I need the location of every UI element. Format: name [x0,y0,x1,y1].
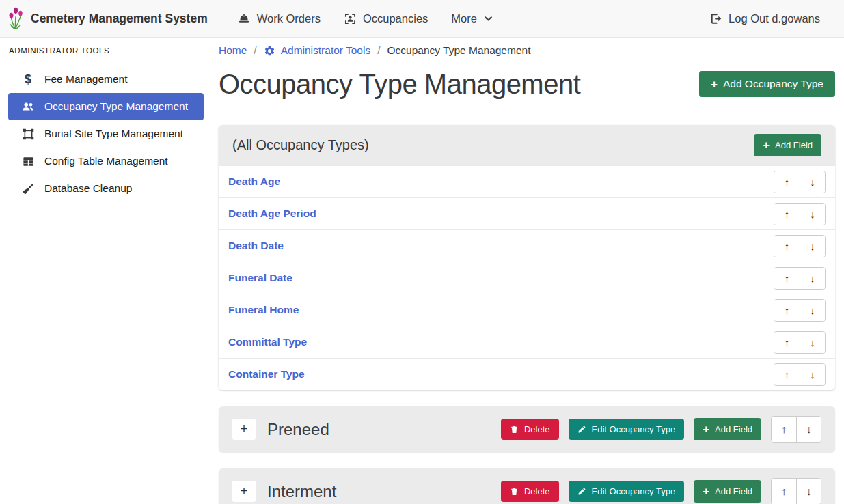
main-content: Home / Administrator Tools / Occupancy T… [212,38,844,504]
field-link[interactable]: Funeral Home [228,304,299,316]
section-preneed: + Preneed Delete [219,406,835,452]
sidebar-item-label: Burial Site Type Management [44,128,183,140]
pencil-icon [577,487,586,496]
sidebar-item-burial-site-type-management[interactable]: Burial Site Type Management [8,120,204,148]
plus-icon: + [711,79,718,90]
brand[interactable]: Cemetery Management System [7,6,208,31]
edit-occupancy-type-button[interactable]: Edit Occupancy Type [569,481,685,502]
move-down-button[interactable]: ↓ [800,300,825,321]
add-occupancy-type-label: Add Occupancy Type [723,78,823,90]
frame-icon [21,128,36,141]
field-row: Funeral Date ↑ ↓ [219,262,835,294]
section-add-field-button[interactable]: + Add Field [694,480,761,503]
add-occupancy-type-button[interactable]: + Add Occupancy Type [699,71,835,97]
logout-label: Log Out d.gowans [729,12,820,25]
move-up-button[interactable]: ↑ [774,204,800,225]
field-row: Container Type ↑ ↓ [219,358,835,390]
edit-occupancy-type-button[interactable]: Edit Occupancy Type [569,419,685,440]
move-down-button[interactable]: ↓ [800,364,825,385]
section-add-field-button[interactable]: + Add Field [694,418,761,440]
delete-button[interactable]: Delete [501,419,559,440]
move-up-button[interactable]: ↑ [774,236,800,257]
trash-icon [510,425,519,434]
move-down-button[interactable]: ↓ [800,332,825,353]
reorder-group: ↑ ↓ [774,171,826,193]
breadcrumb-separator: / [254,44,256,57]
reorder-group: ↑ ↓ [771,478,821,504]
reorder-group: ↑ ↓ [774,203,826,225]
add-field-label: Add Field [715,486,752,496]
top-navbar: Cemetery Management System Work Orders O… [0,0,844,38]
add-field-label: Add Field [715,424,752,434]
expand-button[interactable]: + [232,419,256,440]
broom-icon [21,182,36,195]
page-title: Occupancy Type Management [219,68,580,100]
logout-icon [709,12,722,25]
trash-icon [510,487,519,496]
move-down-button[interactable]: ↓ [800,268,825,289]
expand-button[interactable]: + [232,481,256,502]
delete-label: Delete [524,424,550,434]
reorder-group: ↑ ↓ [774,331,826,354]
move-up-button[interactable]: ↑ [774,268,800,289]
breadcrumb: Home / Administrator Tools / Occupancy T… [219,44,835,57]
field-row: Committal Type ↑ ↓ [219,326,835,358]
pencil-icon [577,425,586,434]
nav-occupancies[interactable]: Occupancies [332,12,439,25]
logout-link[interactable]: Log Out d.gowans [698,12,832,25]
sidebar: ADMINISTRATOR TOOLS $ Fee Management Occ… [0,38,212,202]
chevron-down-icon [483,14,493,24]
delete-button[interactable]: Delete [501,481,559,502]
field-row: Funeral Home ↑ ↓ [219,294,835,326]
field-row: Death Age ↑ ↓ [219,165,835,197]
dollar-icon: $ [21,73,36,85]
move-up-button[interactable]: ↑ [774,332,800,353]
app-title: Cemetery Management System [31,12,208,26]
move-down-button[interactable]: ↓ [796,479,821,504]
field-link[interactable]: Container Type [228,368,305,380]
breadcrumb-admin-tools[interactable]: Administrator Tools [264,44,371,57]
move-down-button[interactable]: ↓ [800,236,825,257]
plus-icon: + [763,139,770,151]
breadcrumb-separator: / [377,44,380,57]
field-link[interactable]: Funeral Date [228,272,292,284]
move-up-button[interactable]: ↑ [774,171,800,193]
users-icon [21,100,36,113]
move-down-button[interactable]: ↓ [800,171,825,193]
sidebar-item-config-table-management[interactable]: Config Table Management [8,148,204,175]
table-icon [21,155,36,168]
section-actions: Delete Edit Occupancy Type + Add Field ↑ [501,416,821,443]
move-down-button[interactable]: ↓ [800,204,825,225]
field-link[interactable]: Death Age Period [228,208,316,220]
plus-icon: + [703,486,709,497]
breadcrumb-home-label: Home [219,44,247,57]
sidebar-item-label: Config Table Management [44,155,168,167]
panel-add-field-button[interactable]: + Add Field [754,134,821,156]
move-up-button[interactable]: ↑ [772,417,796,442]
move-down-button[interactable]: ↓ [796,417,821,442]
field-link[interactable]: Committal Type [228,336,307,348]
sidebar-heading: ADMINISTRATOR TOOLS [0,46,212,55]
breadcrumb-home[interactable]: Home [219,44,247,57]
section-interment: + Interment Delete [219,468,835,504]
panel-title: (All Occupancy Types) [232,137,369,153]
reorder-group: ↑ ↓ [774,235,826,257]
nav-more-label: More [451,12,477,25]
sidebar-item-fee-management[interactable]: $ Fee Management [8,66,204,93]
plus-icon: + [703,423,709,435]
nav-more[interactable]: More [439,12,505,25]
sidebar-item-occupancy-type-management[interactable]: Occupancy Type Management [8,93,204,120]
edit-label: Edit Occupancy Type [592,424,676,434]
edit-label: Edit Occupancy Type [592,486,676,496]
nav-work-orders[interactable]: Work Orders [226,12,332,25]
move-up-button[interactable]: ↑ [774,364,800,385]
move-up-button[interactable]: ↑ [772,479,796,504]
field-link[interactable]: Death Age [228,176,280,188]
field-row: Death Date ↑ ↓ [219,229,835,262]
occupancies-icon [344,12,357,25]
reorder-group: ↑ ↓ [774,363,826,386]
sidebar-item-label: Database Cleanup [44,182,132,195]
sidebar-item-database-cleanup[interactable]: Database Cleanup [8,175,204,202]
field-link[interactable]: Death Date [228,240,284,252]
move-up-button[interactable]: ↑ [774,300,800,321]
